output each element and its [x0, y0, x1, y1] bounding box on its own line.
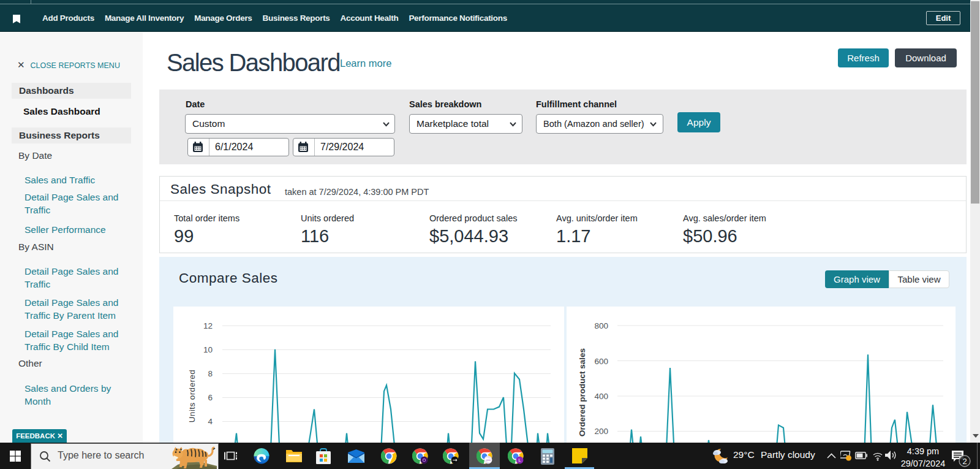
svg-text:2: 2	[962, 457, 967, 466]
svg-text:600: 600	[594, 357, 608, 366]
svg-text:4: 4	[208, 417, 213, 426]
svg-text:6: 6	[208, 393, 213, 402]
svg-text:Ordered product sales: Ordered product sales	[578, 348, 587, 437]
svg-text:800: 800	[594, 321, 608, 330]
svg-text:10: 10	[203, 345, 213, 354]
svg-text:L: L	[519, 458, 521, 462]
svg-text:12: 12	[203, 321, 213, 330]
svg-text:8: 8	[208, 369, 213, 378]
svg-text:Units ordered: Units ordered	[187, 370, 197, 422]
svg-text:400: 400	[594, 392, 608, 401]
svg-text:200: 200	[594, 427, 608, 436]
